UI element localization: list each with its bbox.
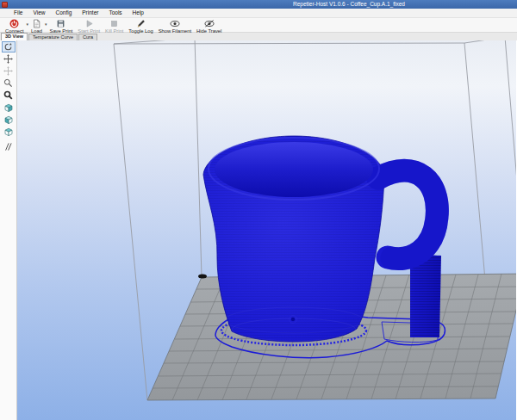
- rotate-view-button[interactable]: [2, 41, 16, 52]
- connect-icon: [9, 19, 19, 28]
- cube-front-icon: [3, 114, 14, 125]
- tab-temperature-curve[interactable]: Temperature Curve: [28, 34, 78, 40]
- load-button[interactable]: Load: [28, 19, 45, 34]
- top-view-button[interactable]: [2, 126, 16, 137]
- repetier-app-icon[interactable]: [2, 2, 8, 8]
- tab-cura[interactable]: Cura: [78, 34, 97, 40]
- move-icon: [3, 54, 13, 64]
- hide-travel-button[interactable]: Hide Travel: [194, 19, 224, 34]
- pen-icon: [136, 19, 146, 28]
- magnifier-icon: [3, 78, 13, 88]
- origin-marker: [198, 275, 207, 279]
- connect-button[interactable]: Connect: [3, 19, 27, 34]
- menu-view[interactable]: View: [28, 9, 50, 17]
- tab-3d-view[interactable]: 3D View: [1, 33, 28, 40]
- menu-printer[interactable]: Printer: [77, 9, 103, 17]
- show-filament-button[interactable]: Show Filament: [156, 19, 194, 34]
- magnifier-bold-icon: [3, 90, 13, 100]
- eye-icon: [170, 19, 180, 28]
- isometric-view-button[interactable]: [2, 102, 16, 113]
- save-icon: [56, 19, 65, 28]
- eye-slash-icon: [204, 19, 215, 28]
- rotate-icon: [3, 42, 13, 52]
- kill-print-button[interactable]: Kill Print: [103, 19, 126, 34]
- 3d-viewport[interactable]: [17, 40, 517, 420]
- save-print-button[interactable]: Save Print: [47, 19, 76, 34]
- cube-top-icon: [3, 127, 14, 137]
- move-viewpoint-icon: [3, 66, 13, 76]
- parallel-projection-button[interactable]: [2, 141, 16, 152]
- menu-tools[interactable]: Tools: [103, 9, 127, 17]
- window-titlebar[interactable]: Repetier-Host V1.0.6 - Coffee_Cup.A.1_fi…: [0, 0, 517, 9]
- move-object-button[interactable]: [2, 53, 16, 65]
- front-view-button[interactable]: [2, 114, 16, 125]
- zoom-fit-button[interactable]: [2, 90, 16, 101]
- menu-bar: File View Config Printer Tools Help: [0, 9, 517, 18]
- play-icon: [84, 19, 94, 28]
- move-viewpoint-button[interactable]: [2, 65, 16, 77]
- cube-iso-icon: [3, 102, 14, 113]
- 3d-scene: [17, 40, 516, 420]
- parallel-lines-icon: [3, 142, 13, 151]
- load-icon: [32, 19, 41, 28]
- menu-file[interactable]: File: [9, 9, 28, 17]
- cup-inner-cavity: [209, 138, 379, 200]
- view-tabbar: 3D View Temperature Curve Cura: [0, 33, 517, 40]
- zoom-view-button[interactable]: [2, 77, 16, 89]
- start-print-button[interactable]: Start Print: [75, 19, 103, 34]
- window-title: Repetier-Host V1.0.6 - Coffee_Cup.A.1_fi…: [90, 0, 517, 9]
- toggle-log-button[interactable]: Toggle Log: [126, 19, 155, 34]
- stop-icon: [109, 19, 119, 28]
- main-toolbar: Connect ▾ Load ▾ Save Print: [0, 18, 517, 33]
- menu-help[interactable]: Help: [128, 9, 149, 17]
- view-tool-strip: [0, 40, 17, 420]
- main-area: [0, 40, 517, 420]
- menu-config[interactable]: Config: [50, 9, 77, 17]
